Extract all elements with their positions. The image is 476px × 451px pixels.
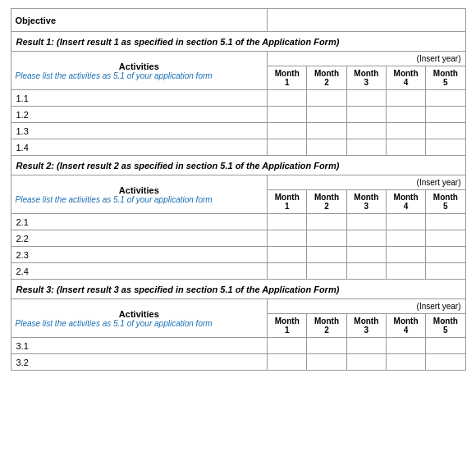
result-2-month-5: Month5 [426, 190, 465, 214]
objective-row: Objective [11, 9, 465, 32]
result-1-row-1-m2 [307, 90, 346, 107]
result-1-row-1-m5 [426, 90, 465, 107]
result-1-label: Result 1: (Insert result 1 as specified … [11, 32, 465, 52]
result-3-month-4: Month4 [386, 314, 425, 338]
result-2-row-1: 2.1 [11, 214, 465, 230]
result-3-insert-year-row: Activities Please list the activities as… [11, 299, 465, 314]
result-3-month-3: Month3 [346, 314, 386, 338]
result-1-activities-cell: Activities Please list the activities as… [11, 52, 268, 90]
result-2-row-2: 2.2 [11, 230, 465, 247]
result-2-activities-sub: Please list the activities as 5.1 of you… [16, 195, 263, 204]
result-1-insert-year: (Insert year) [268, 52, 465, 66]
result-2-row-4-label: 2.4 [11, 263, 268, 280]
result-1-row-2: 1.2 [11, 107, 465, 123]
result-1-row-1-label: 1.1 [11, 90, 268, 107]
objective-label: Objective [11, 9, 268, 32]
result-2-row-4: 2.4 [11, 263, 465, 280]
objective-value [268, 9, 465, 32]
result-3-activities-cell: Activities Please list the activities as… [11, 299, 268, 338]
result-1-month-2: Month2 [307, 66, 346, 90]
result-2-month-1: Month1 [268, 190, 307, 214]
result-2-row-3: 2.3 [11, 247, 465, 263]
result-3-row-2: 3.2 [11, 354, 465, 371]
result-2-insert-year-row: Activities Please list the activities as… [11, 175, 465, 190]
result-1-row-1-m4 [386, 90, 425, 107]
result-2-row-3-label: 2.3 [11, 247, 268, 263]
work-plan-table: Objective Result 1: (Insert result 1 as … [11, 8, 466, 371]
result-1-row-1-m1 [268, 90, 307, 107]
result-2-label: Result 2: (Insert result 2 as specified … [11, 156, 465, 175]
result-3-insert-year: (Insert year) [268, 299, 465, 314]
result-3-month-2: Month2 [307, 314, 346, 338]
result-1-month-3: Month3 [346, 66, 386, 90]
result-3-label: Result 3: (Insert result 3 as specified … [11, 280, 465, 299]
result-2-month-4: Month4 [386, 190, 425, 214]
result-1-row-3-label: 1.3 [11, 123, 268, 139]
result-1-month-5: Month5 [426, 66, 465, 90]
result-2-activities-cell: Activities Please list the activities as… [11, 175, 268, 214]
result-3-activities-sub: Please list the activities as 5.1 of you… [16, 319, 263, 328]
result-3-row-2-label: 3.2 [11, 354, 268, 371]
result-1-insert-year-row: Activities Please list the activities as… [11, 52, 465, 66]
result-2-insert-year: (Insert year) [268, 175, 465, 190]
result-1-month-4: Month4 [386, 66, 425, 90]
result-3-month-5: Month5 [426, 314, 465, 338]
result-1-activities-label: Activities [16, 61, 263, 71]
result-1-month-1: Month1 [268, 66, 307, 90]
result-1-row-1: 1.1 [11, 90, 465, 107]
result-3-activities-label: Activities [16, 309, 263, 319]
result-2-month-3: Month3 [346, 190, 386, 214]
result-1-row: Result 1: (Insert result 1 as specified … [11, 32, 465, 52]
result-2-activities-label: Activities [16, 185, 263, 195]
result-2-row-2-label: 2.2 [11, 230, 268, 247]
result-3-row-1-label: 3.1 [11, 338, 268, 354]
result-3-row: Result 3: (Insert result 3 as specified … [11, 280, 465, 299]
result-3-row-1: 3.1 [11, 338, 465, 354]
result-2-row-1-label: 2.1 [11, 214, 268, 230]
result-1-row-3: 1.3 [11, 123, 465, 139]
result-1-row-4-label: 1.4 [11, 139, 268, 156]
result-3-month-1: Month1 [268, 314, 307, 338]
result-1-activities-sub: Please list the activities as 5.1 of you… [16, 71, 263, 80]
result-1-row-1-m3 [346, 90, 386, 107]
result-1-row-2-label: 1.2 [11, 107, 268, 123]
result-2-row: Result 2: (Insert result 2 as specified … [11, 156, 465, 175]
result-2-month-2: Month2 [307, 190, 346, 214]
result-1-row-4: 1.4 [11, 139, 465, 156]
